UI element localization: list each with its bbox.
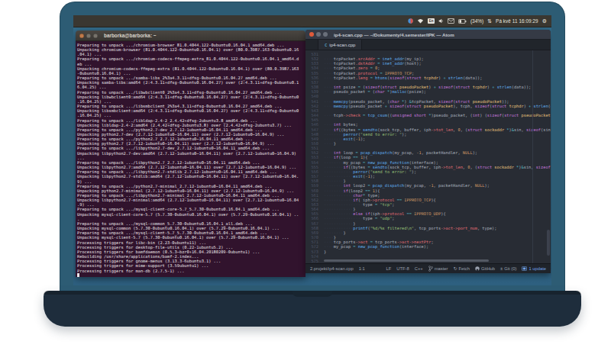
laptop-mockup: En (34%) ⇅ Pá kvě 11 16:09:29 ⚙ — [0, 0, 611, 364]
editor-titlebar[interactable]: ip4-scan.cpp — ~/Dokumenty/4.semester/IP… — [306, 30, 551, 40]
status-file-path[interactable]: 2.projekt/ip4-scan.cpp — [310, 266, 354, 271]
editor-window-title: ip4-scan.cpp — ~/Dokumenty/4.semester/IP… — [334, 32, 454, 37]
status-git-changes[interactable]: ± Git (0) — [500, 266, 516, 271]
editor-window: ip4-scan.cpp — ~/Dokumenty/4.semester/IP… — [306, 30, 551, 273]
code-area[interactable]: ····tcpPacket.srcAddr = inet_addr(my_ip)… — [321, 50, 551, 263]
terminal-output[interactable]: Preparing to unpack .../chromium-browser… — [76, 41, 306, 277]
session-gear-icon[interactable]: ⚙ — [542, 18, 547, 24]
screen: En (34%) ⇅ Pá kvě 11 16:09:29 ⚙ — [73, 15, 551, 285]
clock[interactable]: Pá kvě 11 16:09:29 — [496, 18, 538, 24]
battery-percent-label: (34%) — [470, 18, 483, 24]
close-button[interactable] — [79, 34, 84, 38]
terminal-titlebar[interactable]: barborka@barborka: ~ — [76, 31, 306, 41]
mail-icon[interactable] — [448, 18, 454, 24]
cpp-file-icon: C — [325, 43, 327, 47]
laptop-notch — [292, 291, 333, 297]
status-encoding[interactable]: UTF-8 — [396, 266, 409, 271]
volume-icon[interactable] — [438, 18, 444, 24]
maximize-button[interactable] — [93, 34, 98, 38]
scrollbar-thumb[interactable] — [324, 259, 489, 262]
tab-label: ip4-scan.cpp — [329, 43, 355, 47]
status-line-ending[interactable]: LF — [386, 266, 392, 271]
status-github[interactable]: GitHub — [475, 266, 495, 271]
status-grammar[interactable]: C++ — [415, 266, 423, 271]
sync-icon: ↻ — [453, 266, 457, 271]
terminal-window: barborka@barborka: ~ Preparing to unpack… — [76, 31, 306, 277]
update-icon — [522, 266, 527, 271]
wrap-guide — [532, 50, 533, 263]
wifi-icon[interactable] — [417, 18, 424, 24]
terminal-title: barborka@barborka: ~ — [104, 33, 157, 38]
git-diff-icon: ± — [500, 266, 503, 271]
keyboard-layout-indicator[interactable]: En — [428, 18, 435, 24]
maximize-button[interactable] — [323, 32, 328, 37]
minimize-button[interactable] — [316, 32, 321, 37]
close-button[interactable] — [309, 32, 314, 37]
desktop-wallpaper: barborka@barborka: ~ Preparing to unpack… — [73, 27, 551, 285]
battery-icon[interactable] — [458, 19, 467, 24]
status-git-branch[interactable]: master — [428, 266, 448, 272]
sync-arrows-icon[interactable]: ⇅ — [487, 18, 492, 24]
horizontal-scrollbar[interactable] — [321, 259, 489, 263]
git-branch-icon — [428, 266, 433, 272]
editor-status-bar: 2.projekt/ip4-scan.cpp 1:1 LF UTF-8 C++ … — [306, 263, 551, 273]
tab-ip4-scan[interactable]: C ip4-scan.cpp — [318, 40, 362, 50]
laptop-base — [44, 291, 581, 327]
app-indicator-icon[interactable] — [408, 18, 413, 24]
line-number-gutter: 531 532 533 534 535 536 537 538 539 540 … — [306, 50, 321, 263]
editor-tab-bar: C ip4-scan.cpp — [306, 40, 551, 50]
vertical-scrollbar[interactable] — [547, 230, 550, 256]
system-panel: En (34%) ⇅ Pá kvě 11 16:09:29 ⚙ — [73, 15, 551, 27]
status-updates[interactable]: 1 update — [522, 266, 546, 271]
laptop-lid: En (34%) ⇅ Pá kvě 11 16:09:29 ⚙ — [60, 2, 565, 295]
terminal-cursor — [77, 273, 79, 277]
status-fetch[interactable]: ↻ Fetch — [453, 266, 470, 271]
status-cursor-position[interactable]: 1:1 — [359, 266, 365, 271]
github-icon — [475, 266, 480, 271]
minimize-button[interactable] — [86, 34, 91, 38]
editor-pane[interactable]: 531 532 533 534 535 536 537 538 539 540 … — [306, 50, 551, 263]
